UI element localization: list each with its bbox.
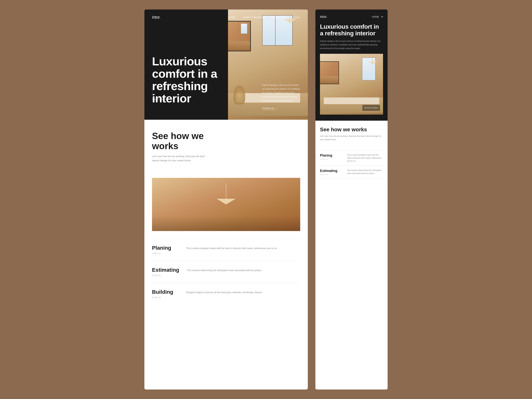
nav-menu-right[interactable]: HOME (372, 15, 383, 18)
step-3-description: Designer begins to procure all the neces… (186, 289, 262, 294)
step-r2-title: Estimating (320, 169, 344, 173)
how-subtitle-right: Let's see how we are working. Discover t… (320, 134, 383, 141)
nav-link-home[interactable]: HOME (228, 16, 236, 19)
home-menu-label: HOME (372, 15, 379, 18)
scroll-to-explore-left: Scroll to Explore (152, 87, 167, 101)
steps-section-left: Planing STEP 01 This is where designer m… (144, 239, 308, 312)
navbar-right: intor. HOME (320, 15, 383, 19)
nav-item-news[interactable]: NEWS (292, 16, 300, 19)
how-subtitle-left: Let's see how we are working. Discover t… (152, 154, 209, 163)
hero-desc-right: Interior design is the art and science o… (320, 39, 383, 50)
room-window-right (362, 57, 375, 80)
step-right-estimating: Estimating STEP 02 This involves determi… (315, 166, 388, 179)
logo-left[interactable]: intor. (152, 15, 161, 20)
step-2-description: This involves determining the anticipate… (187, 267, 261, 272)
step-item-estimating: Estimating STEP 02 This involves determi… (152, 261, 300, 283)
contact-us-link[interactable]: Contact us → (262, 107, 278, 110)
step-r2-col: Estimating STEP 02 (320, 169, 344, 176)
step-r1-title: Planing (320, 153, 344, 158)
lamp-cord (226, 184, 226, 199)
how-section-right: See how we works Let's see how we are wo… (315, 121, 388, 150)
step-3-number: STEP 03 (152, 297, 179, 299)
step-3-title: Building (152, 289, 179, 295)
logo-right[interactable]: intor. (320, 15, 327, 19)
step-r1-number: STEP 01 (320, 158, 344, 160)
nav-item-home[interactable]: HOME (228, 16, 236, 19)
standalone-lamp (217, 184, 236, 204)
step-item-building: Building STEP 03 Designer begins to proc… (152, 283, 300, 305)
step-right-planing: Planing STEP 01 This is where designer m… (315, 151, 388, 166)
step-item-planing: Planing STEP 01 This is where designer m… (152, 239, 300, 261)
step-1-left-col: Planing STEP 01 (152, 245, 179, 255)
steps-section-right: Planing STEP 01 This is where designer m… (315, 150, 388, 179)
nav-link-howitworks[interactable]: HOW IT WORKS (243, 16, 263, 19)
contact-us-label: Contact us (262, 107, 274, 110)
lamp-shade (217, 199, 236, 204)
how-title-left: See how we works (152, 131, 220, 151)
step-1-description: This is where designer meets with the cl… (186, 245, 277, 250)
how-title-right: See how we works (320, 127, 383, 133)
hero-image-right: Scroll to Explore (320, 54, 383, 114)
step-1-number: STEP 01 (152, 253, 179, 255)
step-r2-description: This involves determining the anticipate… (347, 169, 383, 176)
step-2-number: STEP 02 (152, 275, 179, 277)
left-panel: intor. HOME HOW IT WORKS PROJECTS NEWS (144, 10, 308, 390)
nav-item-projects[interactable]: PROJECTS (271, 16, 285, 19)
hero-title-right: Luxurious comfort in a refreshing interi… (320, 23, 383, 37)
step-2-title: Estimating (152, 267, 179, 273)
room-lamp-right (368, 61, 377, 64)
step-3-left-col: Building STEP 03 (152, 289, 179, 299)
navbar-left: intor. HOME HOW IT WORKS PROJECTS NEWS (144, 10, 308, 25)
how-section-left: See how we works Let's see how we are wo… (144, 120, 308, 174)
nav-link-projects[interactable]: PROJECTS (271, 16, 285, 19)
nav-link-news[interactable]: NEWS (292, 16, 300, 19)
nav-item-howitworks[interactable]: HOW IT WORKS (243, 16, 263, 19)
step-r1-description: This is where designer meets with the cl… (347, 153, 383, 163)
how-section-image (152, 178, 300, 231)
step-r2-number: STEP 02 (320, 174, 344, 176)
step-1-title: Planing (152, 245, 179, 251)
hero-side-content: Interior design is the art and science o… (262, 83, 300, 112)
overlay-room-inner (320, 62, 339, 84)
room-render-right: Scroll to Explore (320, 54, 383, 114)
step-2-left-col: Estimating STEP 02 (152, 267, 179, 277)
hero-overlay-right (320, 61, 339, 84)
hero-section-right: intor. HOME Luxurious comfort in a refre… (315, 10, 388, 121)
scroll-label-right: Scroll to Explore (362, 105, 380, 111)
arrow-right-icon: → (275, 107, 278, 110)
step-r1-col: Planing STEP 01 (320, 153, 344, 163)
nav-links: HOME HOW IT WORKS PROJECTS NEWS (228, 16, 300, 19)
hero-content-left: Luxurious comfort in a refreshing interi… (144, 10, 308, 120)
hero-description-left: Interior design is the art and science o… (262, 83, 300, 103)
right-panel: intor. HOME Luxurious comfort in a refre… (315, 10, 388, 390)
chevron-down-icon (381, 16, 383, 18)
hero-section-left: intor. HOME HOW IT WORKS PROJECTS NEWS (144, 10, 308, 120)
